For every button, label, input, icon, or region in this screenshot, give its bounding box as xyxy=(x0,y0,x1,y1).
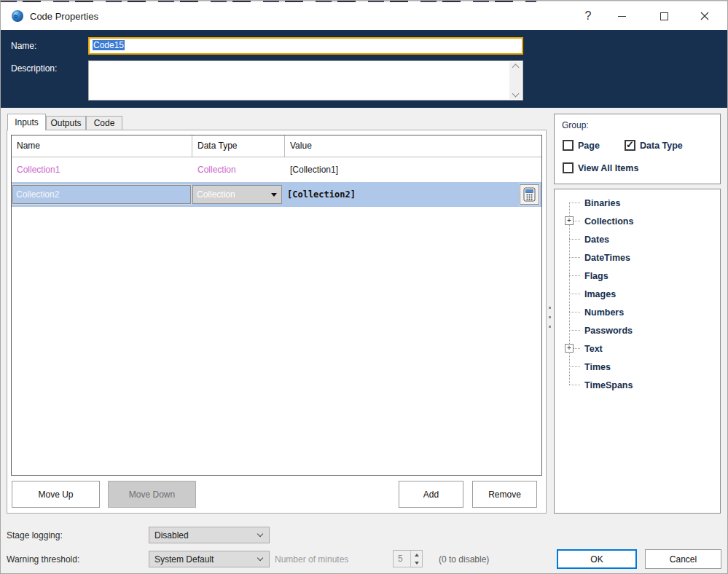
code-properties-dialog: b Code Properties ? Name: Code15 Descrip… xyxy=(0,0,728,574)
maximize-button[interactable] xyxy=(647,2,681,30)
splitter-grip-dot xyxy=(549,307,551,309)
spin-down-button[interactable] xyxy=(411,559,422,567)
spinner-buttons[interactable] xyxy=(410,551,422,567)
dropdown-arrow-icon xyxy=(271,193,277,197)
combo-chevron-icon xyxy=(257,531,263,537)
table-row[interactable]: Collection1 Collection [Collection1] xyxy=(12,157,541,182)
description-scrollbar[interactable] xyxy=(509,62,522,99)
tree-branch-line xyxy=(569,385,580,385)
data-type-tree: Binaries Collections Dates DateTimes Fla… xyxy=(554,189,721,514)
minimize-button[interactable] xyxy=(605,2,638,30)
spin-up-icon xyxy=(415,554,419,557)
tree-branch-line xyxy=(569,203,580,203)
add-button[interactable]: Add xyxy=(399,481,463,508)
tab-code[interactable]: Code xyxy=(86,116,122,130)
scroll-down-icon[interactable] xyxy=(512,90,520,98)
close-button[interactable] xyxy=(688,2,721,30)
minutes-value: 5 xyxy=(398,554,403,564)
panel-splitter[interactable] xyxy=(547,111,553,514)
tree-item-numbers[interactable]: Numbers xyxy=(555,303,720,321)
tree-branch-line xyxy=(569,330,580,331)
tab-inputs[interactable]: Inputs xyxy=(7,114,46,130)
view-all-items-checkbox-icon[interactable] xyxy=(563,162,574,173)
group-title: Group: xyxy=(562,120,589,130)
calculator-icon xyxy=(523,187,536,202)
tree-item-text[interactable]: Text xyxy=(555,339,720,358)
grid-header-row: Name Data Type Value xyxy=(12,135,541,157)
svg-text:b: b xyxy=(14,13,17,20)
blue-prism-app-icon: b xyxy=(11,9,24,23)
tree-item-binaries[interactable]: Binaries xyxy=(555,194,720,212)
warning-threshold-dropdown[interactable]: System Default xyxy=(149,551,270,567)
properties-header: Name: Code15 Description: xyxy=(1,30,727,108)
tab-outputs[interactable]: Outputs xyxy=(46,116,86,130)
checkbox-view-all-items[interactable]: View All Items xyxy=(563,162,638,173)
checkbox-data-type[interactable]: Data Type xyxy=(625,140,683,151)
name-label: Name: xyxy=(11,41,36,51)
tree-item-images[interactable]: Images xyxy=(555,285,720,303)
remove-button[interactable]: Remove xyxy=(472,481,537,508)
minimize-icon xyxy=(618,16,626,17)
tree-item-flags[interactable]: Flags xyxy=(555,267,720,285)
row-value[interactable]: [Collection1] xyxy=(285,165,541,175)
view-all-items-checkbox-label: View All Items xyxy=(578,163,638,173)
tree-branch-line xyxy=(569,275,580,276)
move-down-button[interactable]: Move Down xyxy=(108,481,196,508)
stage-logging-dropdown[interactable]: Disabled xyxy=(149,527,270,543)
expand-plus-icon[interactable] xyxy=(565,216,574,225)
stage-logging-value: Disabled xyxy=(154,530,189,540)
expression-builder-button[interactable] xyxy=(520,184,539,205)
column-header-data-type[interactable]: Data Type xyxy=(192,135,285,157)
help-button[interactable]: ? xyxy=(571,2,605,30)
checkbox-page[interactable]: Page xyxy=(563,140,600,151)
group-panel: Group: Page Data Type View All Items xyxy=(554,114,721,184)
name-input[interactable]: Code15 xyxy=(88,37,523,55)
inputs-grid: Name Data Type Value Collection1 Collect… xyxy=(11,135,542,476)
scroll-up-icon[interactable] xyxy=(512,64,520,71)
disable-hint-label: (0 to disable) xyxy=(439,554,489,565)
expand-plus-icon[interactable] xyxy=(565,344,574,353)
number-of-minutes-label: Number of minutes xyxy=(275,554,348,565)
splitter-grip-dot xyxy=(549,316,551,318)
page-checkbox-label: Page xyxy=(578,141,600,151)
inputs-tab-page: Name Data Type Value Collection1 Collect… xyxy=(7,130,547,514)
warning-threshold-value: System Default xyxy=(154,554,214,565)
ok-button[interactable]: OK xyxy=(557,549,637,569)
tree-branch-line xyxy=(569,294,580,294)
move-up-button[interactable]: Move Up xyxy=(12,481,100,508)
spin-down-icon xyxy=(415,562,419,565)
tree-item-passwords[interactable]: Passwords xyxy=(555,321,720,339)
combo-chevron-icon xyxy=(257,555,263,561)
stage-logging-label: Stage logging: xyxy=(7,530,63,540)
tree-item-dates[interactable]: Dates xyxy=(555,230,720,248)
tree-item-datetimes[interactable]: DateTimes xyxy=(555,248,720,267)
row-data-type[interactable]: Collection xyxy=(192,165,285,175)
tree-branch-line xyxy=(569,366,580,367)
spin-up-button[interactable] xyxy=(411,551,422,559)
row-name-editor[interactable]: Collection2 xyxy=(12,185,191,204)
tree-item-times[interactable]: Times xyxy=(555,358,720,376)
name-input-selected-text: Code15 xyxy=(93,40,125,50)
row-name[interactable]: Collection1 xyxy=(12,165,192,175)
cancel-button[interactable]: Cancel xyxy=(645,549,721,569)
column-header-value[interactable]: Value xyxy=(285,135,541,157)
description-textarea[interactable] xyxy=(88,60,523,101)
window-title: Code Properties xyxy=(30,11,98,22)
page-checkbox-icon[interactable] xyxy=(563,140,574,151)
warning-threshold-label: Warning threshold: xyxy=(7,554,79,565)
row-value-expression[interactable]: [Collection2] xyxy=(282,189,356,200)
close-icon xyxy=(700,12,709,20)
tree-item-collections[interactable]: Collections xyxy=(555,212,720,230)
tree-branch-line xyxy=(569,239,580,240)
column-header-name[interactable]: Name xyxy=(12,135,192,157)
maximize-icon xyxy=(660,12,668,20)
data-type-checkbox-icon[interactable] xyxy=(625,140,635,151)
description-label: Description: xyxy=(11,63,57,74)
row-data-type-dropdown[interactable]: Collection xyxy=(192,185,282,204)
splitter-grip-dot xyxy=(549,326,551,328)
minutes-spinner[interactable]: 5 xyxy=(393,550,423,567)
tree-item-timespans[interactable]: TimeSpans xyxy=(555,376,720,394)
table-row-selected[interactable]: Collection2 Collection [Collection2] xyxy=(12,182,541,207)
tree-branch-line xyxy=(569,257,580,258)
tree-branch-line xyxy=(569,312,580,312)
